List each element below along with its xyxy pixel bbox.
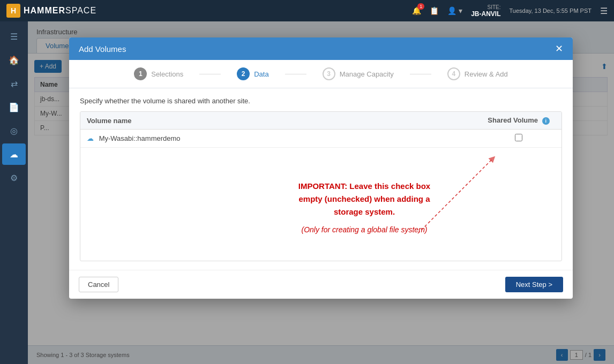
nav-left: H HAMMERSPACE <box>6 4 96 18</box>
modal-row-name: ☁ My-Wasabi::hammerdemo <box>80 130 476 148</box>
sidebar-item-menu[interactable]: ☰ <box>2 26 26 47</box>
annotation-area: IMPORTANT: Leave this check box empty (u… <box>80 148 561 255</box>
sidebar-item-files[interactable]: 📄 <box>2 96 26 118</box>
sidebar-item-data[interactable]: ⇄ <box>2 73 26 94</box>
wizard-steps: 1 Selections 2 Data 3 Manage Capacity <box>69 60 573 88</box>
modal-row-shared-cell <box>476 130 561 148</box>
important-line1: IMPORTANT: Leave this check box <box>298 181 430 191</box>
important-line3: storage system. <box>334 207 395 216</box>
modal-body: Specify whether the volume is shared wit… <box>69 88 573 270</box>
site-info: SITE: JB-ANVIL <box>471 4 500 18</box>
user-button[interactable]: 👤 ▾ <box>447 6 462 15</box>
modal-table-row: ☁ My-Wasabi::hammerdemo <box>80 130 561 148</box>
logo-icon: H <box>6 4 20 18</box>
sidebar-item-home[interactable]: 🏠 <box>2 49 26 71</box>
step-1-label: Selections <box>151 70 183 78</box>
step-2-circle: 2 <box>237 67 250 80</box>
step-connector-3 <box>410 74 431 74</box>
add-volumes-modal: Add Volumes ✕ 1 Selections 2 Data <box>69 37 573 299</box>
sidebar-item-target[interactable]: ◎ <box>2 120 26 141</box>
step-2-label: Data <box>254 70 268 78</box>
modal-header: Add Volumes ✕ <box>69 37 573 60</box>
logo-text: HAMMERSPACE <box>24 6 96 16</box>
sidebar: ☰ 🏠 ⇄ 📄 ◎ ☁ ⚙ <box>0 21 28 364</box>
wizard-step-3: 3 Manage Capacity <box>323 67 394 80</box>
app-layout: ☰ 🏠 ⇄ 📄 ◎ ☁ ⚙ Infrastructure Volumes + A… <box>0 21 614 364</box>
step-4-label: Review & Add <box>465 70 508 78</box>
site-name: JB-ANVIL <box>471 10 500 18</box>
hamburger-menu[interactable]: ☰ <box>600 6 608 16</box>
notification-count: 1 <box>417 3 424 10</box>
wizard-step-2: 2 Data <box>237 67 268 80</box>
modal-col-name: Volume name <box>80 112 476 130</box>
shared-volume-checkbox[interactable] <box>515 134 522 141</box>
modal-overlay: Add Volumes ✕ 1 Selections 2 Data <box>28 21 614 364</box>
step-connector-1 <box>199 74 221 74</box>
volume-cloud-icon: ☁ <box>87 134 94 142</box>
wizard-step-4: 4 Review & Add <box>447 67 508 80</box>
sidebar-item-settings[interactable]: ⚙ <box>2 167 26 188</box>
step-connector-2 <box>285 74 306 74</box>
datetime: Tuesday, 13 Dec, 5:55 PM PST <box>510 7 591 14</box>
modal-footer: Cancel Next Step > <box>69 270 573 299</box>
logo-bold: HAMMER <box>24 6 65 15</box>
site-label: SITE: <box>471 4 500 10</box>
logo: H HAMMERSPACE <box>6 4 96 18</box>
clipboard-button[interactable]: 📋 <box>430 6 439 15</box>
next-step-button[interactable]: Next Step > <box>505 277 563 292</box>
modal-subtitle: Specify whether the volume is shared wit… <box>80 97 562 105</box>
important-note: IMPORTANT: Leave this check box empty (u… <box>263 180 466 236</box>
important-line4: (Only for creating a global file system) <box>263 224 466 236</box>
shared-volume-info-icon[interactable]: i <box>542 117 550 125</box>
modal-table-wrap: Volume name Shared Volume i <box>80 111 562 261</box>
step-3-label: Manage Capacity <box>340 70 394 78</box>
top-navigation: H HAMMERSPACE 🔔 1 📋 👤 ▾ SITE: JB-ANVIL T… <box>0 0 614 21</box>
main-content: Infrastructure Volumes + Add ⬆ Name Acti… <box>28 21 614 364</box>
step-3-circle: 3 <box>323 67 335 80</box>
notifications-button[interactable]: 🔔 1 <box>412 6 421 15</box>
wizard-step-1: 1 Selections <box>134 67 183 80</box>
sidebar-item-infrastructure[interactable]: ☁ <box>2 143 26 165</box>
step-4-circle: 4 <box>447 67 460 80</box>
cancel-button[interactable]: Cancel <box>79 277 118 292</box>
modal-col-shared: Shared Volume i <box>476 112 561 130</box>
nav-right: 🔔 1 📋 👤 ▾ SITE: JB-ANVIL Tuesday, 13 Dec… <box>412 4 608 18</box>
modal-title: Add Volumes <box>79 44 126 54</box>
modal-volumes-table: Volume name Shared Volume i <box>80 112 561 148</box>
step-1-circle: 1 <box>134 67 147 80</box>
important-line2: empty (unchecked) when adding a <box>298 194 430 203</box>
logo-light: SPACE <box>65 6 96 15</box>
modal-close-button[interactable]: ✕ <box>555 44 563 54</box>
